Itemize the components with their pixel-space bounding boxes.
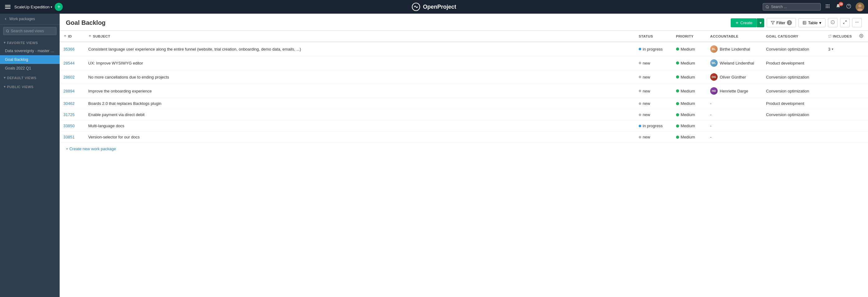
accountable-cell: WL Wieland Lindenthal — [710, 59, 758, 67]
row-includes — [825, 56, 856, 70]
public-chevron-icon: ▾ — [4, 85, 6, 89]
app-logo: OpenProject — [412, 2, 456, 11]
priority-dot-icon — [676, 102, 679, 105]
user-avatar[interactable] — [856, 2, 864, 11]
row-settings — [856, 70, 868, 84]
row-settings — [856, 98, 868, 109]
priority-dot-icon — [676, 125, 679, 128]
row-id: 35366 — [60, 42, 85, 56]
hamburger-menu[interactable] — [4, 4, 12, 10]
create-dropdown-button[interactable]: ▾ — [757, 18, 764, 27]
status-badge: new — [639, 75, 669, 79]
row-settings — [856, 56, 868, 70]
default-views-label: DEFAULT VIEWS — [7, 76, 37, 80]
row-settings — [856, 109, 868, 121]
includes-expand-icon[interactable]: ▾ — [832, 47, 834, 51]
user-avatar-icon: WL — [710, 59, 718, 67]
accountable-cell: HD Henriette Darge — [710, 87, 758, 95]
id-link[interactable]: 28602 — [63, 75, 74, 79]
fullscreen-button[interactable] — [840, 18, 850, 27]
sidebar-item-goals-2022-q1[interactable]: Goals 2022 Q1 — [0, 64, 60, 73]
status-dot-icon — [639, 90, 641, 92]
col-header-status: Status — [635, 31, 672, 42]
global-search-box[interactable] — [763, 3, 821, 10]
col-header-priority: Priority — [672, 31, 707, 42]
col-header-id[interactable]: ID — [60, 31, 85, 42]
more-options-button[interactable] — [852, 18, 862, 27]
col-header-includes: Includes — [825, 31, 856, 42]
table-row: 33850 Multi-language docs in progress Me… — [60, 121, 868, 132]
status-badge: new — [639, 89, 669, 93]
notifications-icon[interactable]: 19 — [834, 2, 842, 11]
accountable-name: - — [710, 124, 711, 128]
id-link[interactable]: 31725 — [63, 112, 74, 117]
id-link[interactable]: 28544 — [63, 61, 74, 65]
svg-rect-11 — [829, 7, 830, 8]
status-label: new — [643, 112, 650, 117]
table-view-button[interactable]: Table ▾ — [798, 18, 826, 27]
col-header-subject[interactable]: Subject — [85, 31, 635, 42]
accountable-cell: OG Oliver Günther — [710, 73, 758, 81]
subject-text: Enable payment via direct debit — [88, 112, 145, 117]
sidebar-search-box[interactable] — [3, 27, 57, 35]
svg-line-2 — [768, 7, 769, 8]
search-icon — [766, 5, 769, 9]
svg-point-15 — [858, 4, 862, 7]
apps-icon[interactable] — [824, 2, 831, 11]
accountable-name: - — [710, 101, 711, 106]
row-subject: No more cancellations due to ending proj… — [85, 70, 635, 84]
row-status: new — [635, 109, 672, 121]
nav-right: 19 — [579, 2, 864, 11]
status-dot-icon — [639, 48, 641, 50]
row-priority: Medium — [672, 98, 707, 109]
default-views-section[interactable]: ▾ DEFAULT VIEWS — [0, 73, 60, 81]
priority-label: Medium — [681, 47, 695, 52]
svg-line-18 — [8, 32, 9, 32]
info-button[interactable] — [828, 18, 838, 27]
sidebar-item-data-sovereignty[interactable]: Data sovereignty - master plan — [0, 46, 60, 55]
row-status: new — [635, 70, 672, 84]
sidebar-item-goal-backlog[interactable]: Goal Backlog — [0, 55, 60, 64]
create-new-work-package-link[interactable]: + Create new work package — [60, 143, 868, 155]
main-content: Goal Backlog Create ▾ Filter 3 Table — [60, 14, 868, 297]
table-chevron-icon: ▾ — [819, 21, 822, 25]
row-goal-category: Conversion optimization — [763, 84, 825, 98]
row-priority: Medium — [672, 121, 707, 132]
accountable-name: Oliver Günther — [720, 75, 746, 79]
priority-label: Medium — [681, 101, 695, 106]
global-search-input[interactable] — [771, 5, 818, 9]
user-avatar-icon: OG — [710, 73, 718, 81]
logo-text: OpenProject — [423, 4, 456, 10]
id-link[interactable]: 33850 — [63, 124, 74, 128]
row-status: new — [635, 56, 672, 70]
user-avatar-icon: HD — [710, 87, 718, 95]
priority-badge: Medium — [676, 89, 703, 93]
sidebar-back-link[interactable]: Work packages — [0, 14, 60, 25]
accountable-name: Birthe Lindenthal — [720, 47, 750, 52]
row-accountable: BL Birthe Lindenthal — [707, 42, 763, 56]
id-link[interactable]: 33851 — [63, 135, 74, 139]
sidebar-search-input[interactable] — [11, 29, 54, 33]
status-label: new — [643, 101, 650, 106]
accountable-name: Wieland Lindenthal — [720, 61, 754, 65]
id-link[interactable]: 35366 — [63, 47, 74, 52]
svg-rect-10 — [827, 7, 828, 8]
priority-badge: Medium — [676, 75, 703, 79]
create-button[interactable]: Create — [731, 18, 757, 27]
project-name[interactable]: ScaleUp Expedition ▾ — [14, 5, 52, 9]
id-link[interactable]: 30462 — [63, 101, 74, 106]
priority-badge: Medium — [676, 101, 703, 106]
col-header-settings[interactable] — [856, 31, 868, 42]
accountable-name: Henriette Darge — [720, 89, 748, 93]
filter-button[interactable]: Filter 3 — [767, 18, 796, 27]
help-icon[interactable] — [845, 2, 852, 11]
add-button[interactable]: + — [55, 3, 63, 11]
favorite-views-section[interactable]: ▾ FAVORITE VIEWS — [0, 38, 60, 46]
public-views-section[interactable]: ▾ PUBLIC VIEWS — [0, 81, 60, 91]
status-dot-icon — [639, 136, 641, 138]
content-header: Goal Backlog Create ▾ Filter 3 Table — [60, 14, 868, 31]
row-settings — [856, 121, 868, 132]
id-link[interactable]: 28894 — [63, 89, 74, 93]
svg-point-17 — [6, 30, 8, 32]
row-accountable: - — [707, 98, 763, 109]
